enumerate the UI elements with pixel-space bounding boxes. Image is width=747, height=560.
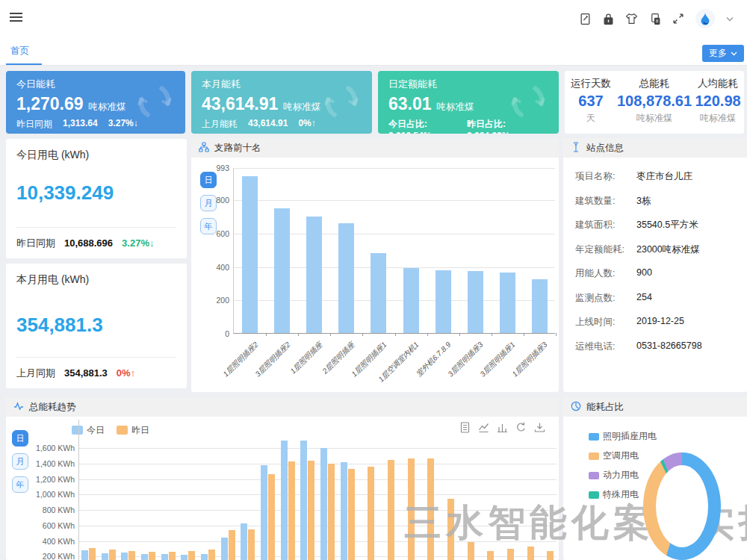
bar[interactable]: [181, 555, 187, 560]
bar[interactable]: [102, 553, 108, 560]
bar[interactable]: [447, 499, 454, 560]
mobile-doc-icon[interactable]: [649, 13, 661, 25]
kpi-value: 63.01: [388, 94, 432, 114]
bar[interactable]: [242, 176, 258, 333]
donut-chart[interactable]: [643, 452, 721, 560]
grid-line: [79, 526, 557, 526]
bar[interactable]: [128, 551, 135, 560]
bar[interactable]: [241, 523, 247, 560]
bar[interactable]: [328, 464, 335, 560]
more-button[interactable]: 更多: [702, 45, 744, 62]
legend-swatch: [589, 491, 599, 499]
stat-value: 637: [565, 93, 617, 110]
hamburger-icon[interactable]: [10, 13, 22, 22]
usage-card: 本月用电 (kWh)354,881.3上月同期354,881.30%↑: [6, 264, 187, 388]
bar[interactable]: [121, 553, 128, 560]
usage-value: 10,339.249: [16, 181, 176, 205]
bar[interactable]: [268, 474, 275, 560]
tab-home[interactable]: 首页: [10, 45, 29, 57]
water-drop-logo[interactable]: [695, 9, 715, 28]
bar[interactable]: [532, 279, 548, 333]
period-button-日[interactable]: 日: [200, 172, 217, 188]
fullscreen-icon[interactable]: [672, 13, 684, 25]
x-tick-mark: [362, 333, 363, 336]
bar[interactable]: [308, 461, 314, 560]
bar[interactable]: [468, 271, 483, 333]
usage-footer: 上月同期354,881.30%↑: [16, 357, 176, 380]
x-tick-mark: [492, 333, 492, 336]
bar[interactable]: [261, 465, 267, 560]
y-axis-tick: 1,000 KWh: [27, 490, 79, 499]
bar[interactable]: [281, 441, 288, 560]
legend-item[interactable]: 照明插座用电: [589, 430, 657, 443]
bar[interactable]: [201, 554, 208, 560]
stat-column: 总能耗108,878.61吨标准煤: [617, 71, 692, 134]
bar[interactable]: [547, 551, 554, 560]
clipboard-icon[interactable]: [579, 13, 592, 25]
donut-hole: [656, 465, 708, 547]
x-axis-label: 1层照明插座2: [202, 340, 261, 398]
bar[interactable]: [141, 554, 148, 560]
legend-item[interactable]: 空调用电: [589, 449, 657, 462]
bar[interactable]: [388, 460, 394, 560]
usage-foot-value: 10,688.696: [64, 237, 113, 249]
bar[interactable]: [81, 550, 88, 560]
bar[interactable]: [348, 469, 355, 560]
period-button-年[interactable]: 年: [12, 476, 28, 493]
site-info-panel: 站点信息 项目名称:枣庄市台儿庄建筑数量:3栋建筑面积:35540.5平方米年定…: [563, 138, 747, 392]
bar[interactable]: [507, 549, 514, 560]
stat-value: 120.98: [692, 93, 744, 110]
site-row-value: 0531-82665798: [636, 340, 702, 353]
bar[interactable]: [320, 448, 327, 560]
site-row-value: 2019-12-25: [636, 316, 684, 329]
site-row-value: 3栋: [636, 195, 651, 208]
bar[interactable]: [149, 552, 155, 560]
bar[interactable]: [188, 551, 195, 560]
bar[interactable]: [468, 542, 474, 560]
kpi-footer: 今日占比: 2,016.54%昨日占比: 2,084.69%: [388, 118, 548, 134]
bar[interactable]: [487, 551, 494, 560]
bar[interactable]: [403, 268, 419, 333]
bar[interactable]: [109, 550, 116, 560]
bar[interactable]: [208, 550, 215, 560]
kpi-footer-text: 43,614.91: [248, 118, 288, 131]
legend-swatch: [589, 472, 599, 479]
shirt-icon[interactable]: [625, 13, 638, 25]
bar[interactable]: [338, 223, 354, 333]
site-info-row: 用能人数:900: [575, 267, 735, 280]
site-row-value: 254: [636, 292, 652, 305]
bar[interactable]: [527, 547, 534, 560]
bar[interactable]: [300, 441, 307, 560]
bar[interactable]: [274, 208, 290, 333]
branch-top10-panel: 支路前十名 日月年 99380060040020001层照明插座23层照明插座2…: [191, 138, 559, 392]
y-axis-tick: 1,600 KWh: [27, 444, 79, 452]
bar[interactable]: [371, 253, 386, 333]
bar[interactable]: [89, 548, 96, 560]
lock-icon[interactable]: [603, 13, 614, 25]
period-button-月[interactable]: 月: [12, 453, 28, 470]
bar[interactable]: [408, 458, 415, 560]
bar[interactable]: [368, 467, 374, 560]
site-row-value: 35540.5平方米: [636, 219, 698, 231]
bar[interactable]: [229, 530, 235, 560]
bar[interactable]: [161, 554, 168, 560]
bar[interactable]: [288, 461, 295, 560]
bar[interactable]: [341, 462, 347, 560]
panel-title: 能耗占比: [586, 401, 624, 414]
bar[interactable]: [427, 458, 434, 560]
site-row-label: 项目名称:: [575, 170, 636, 183]
kpi-card: 今日能耗1,270.69吨标准煤昨日同期1,313.643.27%↓: [6, 71, 185, 134]
bar[interactable]: [500, 273, 515, 333]
bar[interactable]: [436, 270, 451, 334]
pulse-icon: [13, 401, 24, 414]
legend-item[interactable]: 动力用电: [589, 469, 657, 482]
period-button-日[interactable]: 日: [12, 430, 28, 447]
bar[interactable]: [221, 538, 228, 560]
y-axis-tick: 200: [204, 296, 229, 305]
bar[interactable]: [169, 552, 176, 560]
chevron-down-icon[interactable]: [726, 16, 734, 22]
pie-clock-icon: [571, 401, 581, 414]
bar[interactable]: [248, 529, 255, 560]
bar[interactable]: [306, 217, 322, 333]
y-axis-tick: 800: [204, 196, 229, 205]
